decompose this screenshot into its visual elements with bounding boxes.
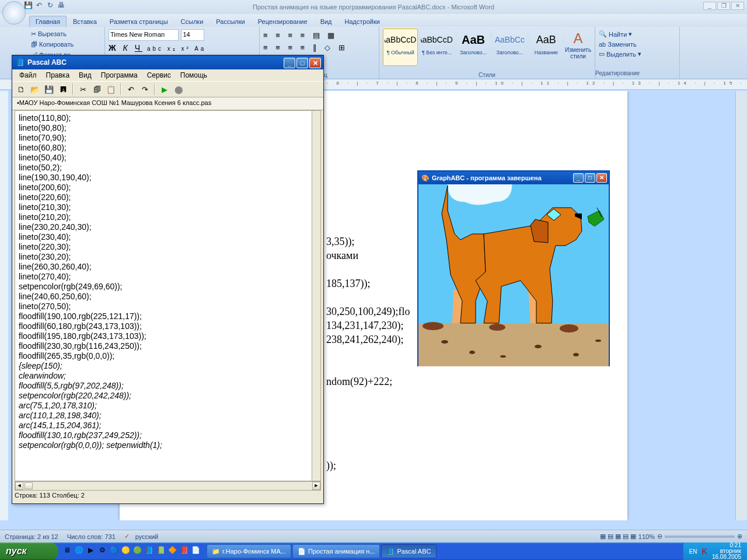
find-button[interactable]: Найти (609, 31, 627, 38)
code-editor[interactable]: lineto(110,80); lineto(90,80); lineto(70… (15, 110, 321, 481)
scroll-left-icon: ◄ (15, 482, 23, 490)
start-button[interactable]: пуск (0, 542, 58, 560)
ql-app-icon[interactable]: 🟢 (132, 546, 142, 556)
maximize-icon[interactable]: □ (585, 173, 595, 183)
language-indicator[interactable]: EN (689, 548, 697, 555)
tab-review[interactable]: Рецензирование (252, 16, 314, 27)
copy-button[interactable]: Копировать (39, 41, 74, 48)
undo-icon[interactable]: ↶ (124, 83, 137, 96)
vertical-scrollbar[interactable] (735, 91, 747, 520)
redo-icon[interactable]: ↷ (138, 83, 151, 96)
pascal-vscroll[interactable] (312, 110, 321, 481)
graphabc-titlebar[interactable]: 🎨 GraphABC - программа завершена _ □ ✕ (418, 172, 609, 184)
ql-app-icon[interactable]: 📗 (155, 546, 166, 556)
menu-program[interactable]: Программа (97, 70, 141, 80)
tab-insert[interactable]: Вставка (67, 16, 103, 27)
save-icon[interactable]: 💾 (43, 83, 55, 96)
ribbon-tabs: Главная Вставка Разметка страницы Ссылки… (0, 14, 747, 27)
zoom-out[interactable]: ⊖ (657, 533, 662, 540)
close-icon[interactable]: ✕ (596, 173, 607, 183)
style-heading1[interactable]: AaBЗаголово... (456, 29, 491, 66)
svg-point-2 (423, 322, 444, 330)
ql-media-icon[interactable]: ▶ (85, 546, 96, 556)
maximize-icon[interactable]: □ (296, 58, 308, 68)
menu-edit[interactable]: Правка (43, 70, 74, 80)
system-tray[interactable]: EN K 0:21 вторник 16.08.2005 (683, 542, 747, 560)
language-indicator[interactable]: русский (135, 533, 158, 540)
close-icon[interactable]: ✕ (309, 58, 321, 68)
restore-icon[interactable]: ❐ (717, 2, 730, 10)
clock[interactable]: 0:21 вторник 16.08.2005 (712, 542, 741, 560)
tab-view[interactable]: Вид (314, 16, 338, 27)
ql-app-icon[interactable]: 📄 (190, 546, 201, 556)
menu-view[interactable]: Вид (75, 70, 95, 80)
redo-icon[interactable]: ↻ (46, 1, 55, 10)
taskbar: пуск 🖥 🌐 ▶ ⚙ 🔵 🟡 🟢 📘 📗 🔶 📕 📄 📁г.Наро-Фом… (0, 542, 747, 560)
style-nospacing[interactable]: AaBbCcDc¶ Без инте... (419, 29, 454, 66)
taskbar-item-word[interactable]: 📄Простая анимация н... (292, 544, 380, 558)
taskbar-item-folder[interactable]: 📁г.Наро-Фоминск МА... (207, 544, 291, 558)
cut-button[interactable]: Вырезать (38, 30, 67, 37)
page-indicator[interactable]: Страница: 2 из 12 (5, 533, 58, 540)
tab-layout[interactable]: Разметка страницы (103, 16, 174, 27)
zoom-level[interactable]: 110% (638, 533, 655, 540)
graphabc-window: 🎨 GraphABC - программа завершена _ □ ✕ (417, 170, 610, 366)
ql-desktop-icon[interactable]: 🖥 (62, 546, 72, 556)
pascal-hscroll[interactable]: ◄ ► (15, 481, 321, 491)
tab-mailings[interactable]: Рассылки (210, 16, 251, 27)
view-buttons[interactable]: ▦ ▤ ▦ ▤ ▦ (600, 533, 636, 540)
font-name-select[interactable]: Times New Roman (109, 29, 179, 41)
tab-addins[interactable]: Надстройки (338, 16, 386, 27)
paste-icon[interactable]: 📋 (104, 83, 117, 96)
edit-group-label: Редактирование (595, 68, 679, 78)
word-count[interactable]: Число слов: 731 (67, 533, 116, 540)
style-normal[interactable]: AaBbCcDc¶ Обычный (383, 29, 418, 66)
ql-app-icon[interactable]: 🔶 (167, 546, 177, 556)
undo-icon[interactable]: ↶ (34, 1, 44, 10)
menu-file[interactable]: Файл (16, 70, 40, 80)
quick-access-toolbar[interactable]: 💾 ↶ ↻ 🖶 (23, 1, 66, 10)
word-title: Простая анимация на языке программирован… (253, 4, 494, 10)
menu-service[interactable]: Сервис (144, 70, 174, 80)
font-size-select[interactable]: 14 (181, 29, 204, 41)
find-icon: 🔍 (599, 30, 607, 38)
svg-point-4 (560, 324, 578, 332)
scissors-icon: ✂ (31, 30, 36, 38)
menu-help[interactable]: Помощь (177, 70, 211, 80)
saveall-icon[interactable]: 🖪 (57, 83, 69, 96)
ql-app-icon[interactable]: 🟡 (120, 546, 131, 556)
style-title[interactable]: AaBНазвание (529, 29, 564, 66)
minimize-icon[interactable]: _ (573, 173, 584, 183)
pascal-menu: Файл Правка Вид Программа Сервис Помощь (12, 69, 323, 81)
stop-icon[interactable]: ⬤ (172, 83, 185, 96)
style-heading2[interactable]: AaBbCcЗаголово... (492, 29, 527, 66)
minimize-icon[interactable]: _ (284, 58, 295, 68)
kaspersky-icon[interactable]: K (702, 547, 707, 556)
tab-references[interactable]: Ссылки (174, 16, 210, 27)
zoom-slider[interactable] (665, 536, 735, 538)
pascal-titlebar[interactable]: 📘 Pascal ABC _ □ ✕ (12, 55, 323, 69)
copy-icon[interactable]: 🗐 (90, 83, 103, 96)
graphabc-icon: 🎨 (421, 174, 430, 182)
new-icon[interactable]: 🗋 (15, 83, 27, 96)
minimize-icon[interactable]: _ (703, 2, 716, 10)
taskbar-item-pascal[interactable]: 📘Pascal ABC (381, 544, 436, 558)
print-icon[interactable]: 🖶 (57, 1, 66, 10)
zoom-in[interactable]: ⊕ (737, 533, 742, 540)
ql-app-icon[interactable]: ⚙ (97, 546, 107, 556)
ql-app-icon[interactable]: 🔵 (109, 546, 119, 556)
select-button[interactable]: Выделить (606, 51, 636, 58)
file-tab[interactable]: •МАОУ Наро-Фоминская СОШ №1 Машурова Ксе… (12, 97, 323, 110)
tab-home[interactable]: Главная (29, 16, 67, 27)
cut-icon[interactable]: ✂ (76, 83, 89, 96)
change-styles-button[interactable]: Изменить стили (565, 47, 591, 60)
office-button[interactable] (2, 1, 26, 24)
replace-button[interactable]: Заменить (608, 41, 636, 48)
close-icon[interactable]: ✕ (731, 2, 744, 10)
open-icon[interactable]: 📂 (29, 83, 41, 96)
ql-ie-icon[interactable]: 🌐 (74, 546, 84, 556)
ql-app-icon[interactable]: 📘 (144, 546, 154, 556)
ql-app-icon[interactable]: 📕 (179, 546, 189, 556)
svg-point-10 (595, 340, 601, 342)
run-icon[interactable]: ▶ (158, 83, 171, 96)
